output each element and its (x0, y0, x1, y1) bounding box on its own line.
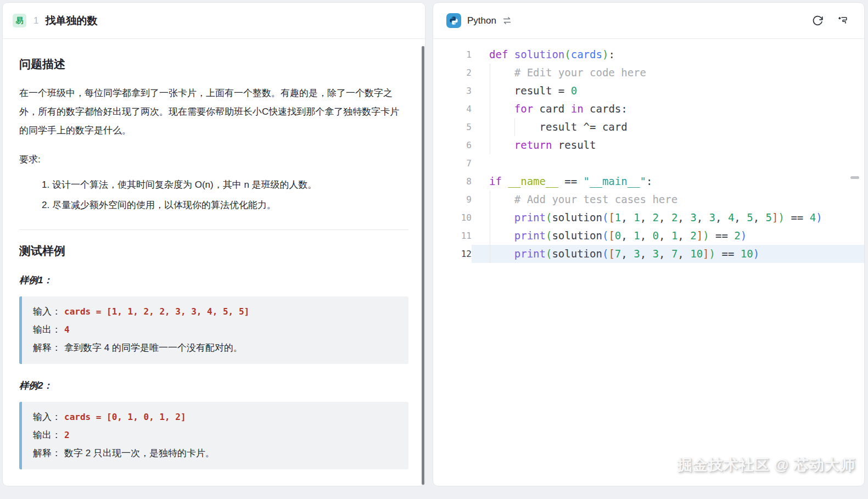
code-line[interactable]: 12 print(solution([7, 3, 3, 7, 10]) == 1… (433, 245, 864, 263)
sample-output: 输出：4 (33, 321, 397, 339)
line-number: 4 (433, 100, 472, 118)
sample-block: 输入：cards = [0, 1, 0, 1, 2] 输出：2 解释：数字 2 … (19, 402, 408, 469)
problem-description: 在一个班级中，每位同学都拿到了一张卡片，上面有一个整数。有趣的是，除了一个数字之… (19, 84, 408, 140)
code-line[interactable]: 10 print(solution([1, 1, 2, 2, 3, 3, 4, … (433, 209, 864, 227)
line-number: 10 (433, 209, 472, 227)
sample-output: 输出：2 (33, 426, 397, 444)
editor-header: Python (433, 3, 864, 39)
code-text: result ^= card (489, 121, 628, 133)
indent-guide (490, 64, 490, 82)
section-divider (19, 229, 408, 230)
problem-panel: 易 1 找单独的数 问题描述 在一个班级中，每位同学都拿到了一张卡片，上面有一个… (2, 2, 425, 486)
code-text: print(solution([0, 1, 0, 1, 2]) == 2) (489, 229, 747, 242)
code-text: if __name__ == "__main__": (489, 175, 652, 187)
indent-guide (490, 136, 490, 154)
code-text: # Add your test cases here (489, 193, 677, 205)
code-text: print(solution([7, 3, 3, 7, 10]) == 10) (489, 248, 759, 260)
requirements-list: 设计一个算法，使其时间复杂度为 O(n)，其中 n 是班级的人数。尽量减少额外空… (19, 175, 408, 215)
coding-practice-page: 易 1 找单独的数 问题描述 在一个班级中，每位同学都拿到了一张卡片，上面有一个… (0, 0, 868, 499)
editor-panel: Python (433, 2, 865, 486)
difficulty-badge: 易 (13, 14, 26, 27)
sample-input: 输入：cards = [0, 1, 0, 1, 2] (33, 408, 397, 426)
code-line[interactable]: 6 return result (433, 136, 864, 154)
code-text: def solution(cards): (489, 48, 615, 60)
requirement-item: 尽量减少额外空间的使用，以体现你的算法优化能力。 (52, 195, 408, 215)
line-number: 1 (433, 46, 472, 64)
code-line[interactable]: 11 print(solution([0, 1, 0, 1, 2]) == 2) (433, 227, 864, 245)
requirement-item: 设计一个算法，使其时间复杂度为 O(n)，其中 n 是班级的人数。 (52, 175, 408, 195)
code-text: print(solution([1, 1, 2, 2, 3, 3, 4, 5, … (489, 211, 822, 223)
indent-guide (490, 209, 490, 227)
samples-container: 样例1： 输入：cards = [1, 1, 2, 2, 3, 3, 4, 5,… (19, 274, 408, 469)
code-line[interactable]: 9 # Add your test cases here (433, 190, 864, 209)
problem-title: 找单独的数 (45, 14, 97, 28)
line-number: 12 (433, 245, 472, 263)
problem-header: 易 1 找单独的数 (3, 3, 425, 39)
line-number: 8 (433, 172, 472, 190)
sample-explanation: 解释：数字 2 只出现一次，是独特的卡片。 (33, 444, 397, 462)
code-editor[interactable]: 1 def solution(cards): 2 # Edit your cod… (433, 39, 864, 486)
language-label: Python (467, 15, 496, 26)
code-line[interactable]: 4 for card in cards: (433, 100, 864, 118)
refresh-icon (812, 15, 824, 26)
swap-language-icon[interactable] (502, 16, 512, 25)
code-text: return result (489, 139, 596, 151)
samples-heading: 测试样例 (19, 243, 408, 259)
description-heading: 问题描述 (19, 57, 408, 72)
sample-label: 样例1： (19, 274, 408, 287)
indent-guide (490, 190, 490, 209)
python-icon (446, 13, 461, 28)
code-line[interactable]: 5 result ^= card (433, 118, 864, 136)
refresh-button[interactable] (809, 13, 826, 29)
line-number: 2 (433, 64, 472, 82)
code-line[interactable]: 1 def solution(cards): (433, 46, 864, 64)
indent-guide (490, 245, 490, 263)
sample-input: 输入：cards = [1, 1, 2, 2, 3, 3, 4, 5, 5] (33, 302, 397, 321)
code-text: # Edit your code here (489, 66, 646, 79)
sample-label: 样例2： (19, 379, 408, 392)
editor-scrollbar-thumb[interactable] (850, 176, 859, 179)
code-line[interactable]: 3 result = 0 (433, 82, 864, 100)
panel-splitter[interactable] (422, 46, 424, 485)
code-lines-container: 1 def solution(cards): 2 # Edit your cod… (433, 46, 864, 263)
line-number: 5 (433, 118, 472, 136)
indent-guide (490, 227, 490, 245)
sample-explanation: 解释：拿到数字 4 的同学是唯一一个没有配对的。 (33, 339, 397, 357)
line-number: 3 (433, 82, 472, 100)
line-number: 11 (433, 227, 472, 245)
problem-content[interactable]: 问题描述 在一个班级中，每位同学都拿到了一张卡片，上面有一个整数。有趣的是，除了… (3, 39, 425, 486)
code-text: result = 0 (489, 85, 577, 97)
line-number: 6 (433, 136, 472, 154)
line-number: 7 (433, 154, 472, 172)
format-button[interactable] (835, 13, 851, 29)
indent-guide (490, 118, 490, 136)
code-line[interactable]: 7 (433, 154, 864, 172)
code-text: for card in cards: (489, 103, 628, 115)
indent-guide (490, 100, 490, 118)
format-code-icon (837, 15, 849, 26)
line-number: 9 (433, 190, 472, 209)
requirements-label: 要求: (19, 153, 408, 166)
problem-id: 1 (33, 15, 38, 26)
indent-guide (514, 118, 515, 136)
sample-block: 输入：cards = [1, 1, 2, 2, 3, 3, 4, 5, 5] 输… (19, 296, 408, 364)
code-line[interactable]: 2 # Edit your code here (433, 64, 864, 82)
code-line[interactable]: 8 if __name__ == "__main__": (433, 172, 864, 190)
indent-guide (490, 82, 490, 100)
